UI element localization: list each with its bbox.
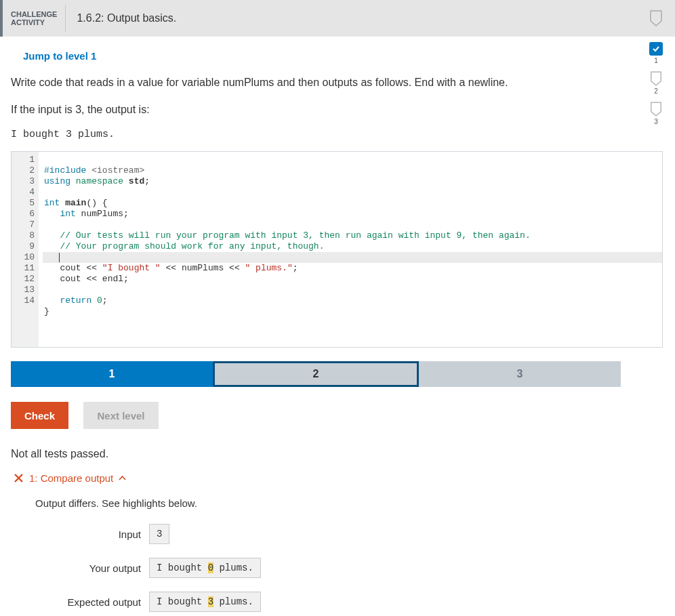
shield-icon — [649, 10, 663, 26]
code-token: <iostream> — [86, 165, 144, 176]
line-number: 14 — [14, 295, 35, 306]
next-level-button: Next level — [83, 402, 158, 429]
line-number: 5 — [14, 198, 35, 209]
code-token: ; — [293, 263, 298, 273]
code-token: int — [44, 198, 60, 208]
prompt-line-1: Write code that reads in a value for var… — [11, 75, 663, 90]
line-number: 2 — [14, 165, 35, 176]
diff-highlight: 0 — [208, 562, 213, 573]
code-token: << — [86, 274, 97, 284]
value-text: plums. — [213, 596, 253, 607]
code-token — [44, 252, 60, 262]
code-token: } — [44, 306, 49, 316]
row-value-input: 3 — [149, 524, 169, 544]
line-number: 1 — [14, 155, 35, 165]
line-number: 11 — [14, 263, 35, 274]
action-buttons: Check Next level — [11, 402, 663, 429]
code-token: #include — [44, 165, 86, 176]
cursor-icon — [59, 253, 60, 262]
step-tab-1[interactable]: 1 — [11, 361, 213, 387]
step-tab-3[interactable]: 3 — [419, 361, 621, 387]
line-number: 10 — [14, 252, 35, 263]
step-tab-2[interactable]: 2 — [213, 361, 419, 387]
fail-icon — [14, 473, 24, 483]
line-number: 8 — [14, 230, 35, 241]
code-token: () { — [86, 198, 107, 208]
line-number: 7 — [14, 220, 35, 230]
line-number: 6 — [14, 209, 35, 220]
sample-output: I bought 3 plums. — [11, 129, 663, 140]
code-token: numPlums — [76, 209, 123, 219]
row-label: Input — [35, 529, 149, 540]
activity-type-line1: CHALLENGE — [11, 10, 57, 18]
value-text: I bought — [157, 562, 208, 573]
line-number: 4 — [14, 187, 35, 198]
code-token: int — [60, 209, 75, 219]
activity-type-label: CHALLENGE ACTIVITY — [3, 5, 66, 32]
chevron-up-icon — [119, 474, 126, 482]
activity-number: 1.6.2: — [77, 12, 104, 24]
code-token: return — [60, 295, 91, 306]
code-token: std — [123, 176, 144, 186]
line-gutter: 1 2 3 4 5 6 7 8 9 10 11 12 13 14 — [12, 152, 39, 347]
activity-header: CHALLENGE ACTIVITY 1.6.2: Output basics. — [0, 0, 675, 37]
activity-content: Jump to level 1 Write code that reads in… — [0, 37, 675, 612]
code-token: << — [224, 263, 239, 273]
code-token — [44, 295, 60, 306]
feedback-title: Not all tests passed. — [11, 448, 663, 460]
activity-name: Output basics. — [107, 12, 176, 24]
code-token: // Your program should work for any inpu… — [60, 241, 324, 251]
code-token — [44, 209, 60, 219]
test-row-expected-output: Expected output I bought 3 plums. — [35, 592, 663, 612]
test-row-your-output: Your output I bought 0 plums. — [35, 558, 663, 578]
diff-highlight: 3 — [208, 596, 213, 607]
code-token — [44, 230, 60, 241]
row-label: Your output — [35, 562, 149, 574]
code-token: cout — [60, 263, 86, 273]
code-token: << — [86, 263, 97, 273]
code-token: cout — [60, 274, 86, 284]
activity-title: 1.6.2: Output basics. — [66, 12, 176, 24]
code-token: // Our tests will run your program with … — [60, 230, 530, 241]
value-text: 3 — [157, 529, 162, 539]
code-token: namespace — [70, 176, 123, 186]
code-token: endl; — [97, 274, 129, 284]
code-token: 0 — [91, 295, 102, 306]
code-token: " plums." — [240, 263, 293, 273]
code-token: ; — [102, 295, 108, 306]
code-editor[interactable]: 1 2 3 4 5 6 7 8 9 10 11 12 13 14 #includ… — [11, 151, 663, 348]
line-number: 3 — [14, 176, 35, 187]
code-token: using — [44, 176, 70, 186]
code-token: ; — [123, 209, 129, 219]
code-token — [44, 274, 60, 284]
row-value-expected-output: I bought 3 plums. — [149, 592, 261, 612]
code-token: "I bought " — [97, 263, 161, 273]
code-token: numPlums — [182, 263, 224, 273]
step-tabs: 1 2 3 — [11, 361, 621, 387]
row-label: Expected output — [35, 596, 149, 608]
prompt-line-2: If the input is 3, the output is: — [11, 102, 663, 117]
check-button[interactable]: Check — [11, 402, 68, 429]
jump-to-level-link[interactable]: Jump to level 1 — [11, 50, 663, 62]
code-token — [44, 263, 60, 273]
code-token: ; — [144, 176, 150, 186]
test-result-header[interactable]: 1: Compare output — [11, 472, 663, 484]
line-number: 12 — [14, 274, 35, 285]
line-number: 13 — [14, 285, 35, 295]
code-area[interactable]: #include <iostream>using namespace std;i… — [39, 152, 662, 347]
code-token: << — [161, 263, 182, 273]
code-token: main — [60, 198, 86, 208]
code-token — [44, 241, 60, 251]
line-number: 9 — [14, 241, 35, 252]
test-diff-message: Output differs. See highlights below. — [35, 497, 663, 509]
test-result-body: Output differs. See highlights below. In… — [11, 497, 663, 612]
value-text: I bought — [157, 596, 208, 607]
activity-type-line2: ACTIVITY — [11, 18, 57, 26]
row-value-your-output: I bought 0 plums. — [149, 558, 261, 578]
value-text: plums. — [213, 562, 253, 573]
test-row-input: Input 3 — [35, 524, 663, 544]
test-result-label: 1: Compare output — [29, 472, 113, 484]
